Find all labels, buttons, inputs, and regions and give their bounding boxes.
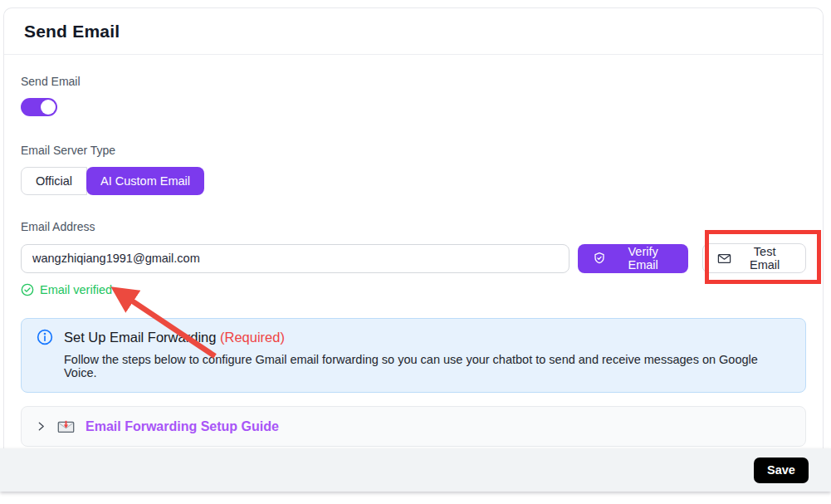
- shield-check-icon: [593, 252, 606, 265]
- page-title: Send Email: [24, 22, 803, 42]
- verify-email-button[interactable]: Verify Email: [578, 244, 688, 273]
- envelope-with-arrow-emoji: [57, 420, 75, 433]
- required-tag: (Required): [220, 330, 285, 345]
- info-box-title: Set Up Email Forwarding (Required): [64, 330, 285, 345]
- verify-email-label: Verify Email: [613, 245, 673, 272]
- send-email-label: Send Email: [21, 75, 806, 88]
- segment-ai-custom-email[interactable]: AI Custom Email: [86, 167, 204, 195]
- check-circle-icon: [21, 283, 34, 296]
- toggle-knob: [41, 100, 56, 115]
- email-forwarding-info-box: Set Up Email Forwarding (Required) Follo…: [21, 318, 806, 393]
- guide-title: Email Forwarding Setup Guide: [86, 419, 279, 434]
- test-email-button[interactable]: Test Email: [702, 243, 806, 273]
- email-address-label: Email Address: [21, 220, 806, 233]
- email-verified-text: Email verified: [40, 283, 112, 296]
- info-circle-icon: [37, 329, 53, 345]
- email-server-type-label: Email Server Type: [21, 144, 806, 157]
- envelope-icon: [717, 252, 731, 265]
- card-body: Send Email Email Server Type Official AI…: [4, 55, 823, 447]
- email-address-row: Verify Email Test Email: [21, 243, 806, 273]
- save-button[interactable]: Save: [754, 458, 809, 483]
- send-email-toggle[interactable]: [21, 98, 57, 116]
- chevron-right-icon[interactable]: [36, 421, 46, 432]
- test-email-label: Test Email: [738, 245, 791, 272]
- send-email-card: Send Email Send Email Email Server Type …: [3, 7, 824, 448]
- email-address-input[interactable]: [21, 244, 569, 273]
- segment-official[interactable]: Official: [21, 167, 87, 195]
- footer-bar: Save: [0, 448, 831, 492]
- info-title-row: Set Up Email Forwarding (Required): [37, 329, 792, 345]
- info-box-body: Follow the steps below to configure Gmai…: [64, 353, 792, 379]
- card-header: Send Email: [4, 8, 823, 55]
- email-verified-status: Email verified: [21, 283, 806, 296]
- email-server-type-segmented: Official AI Custom Email: [21, 167, 204, 195]
- email-forwarding-setup-guide-expander[interactable]: Email Forwarding Setup Guide: [21, 406, 806, 447]
